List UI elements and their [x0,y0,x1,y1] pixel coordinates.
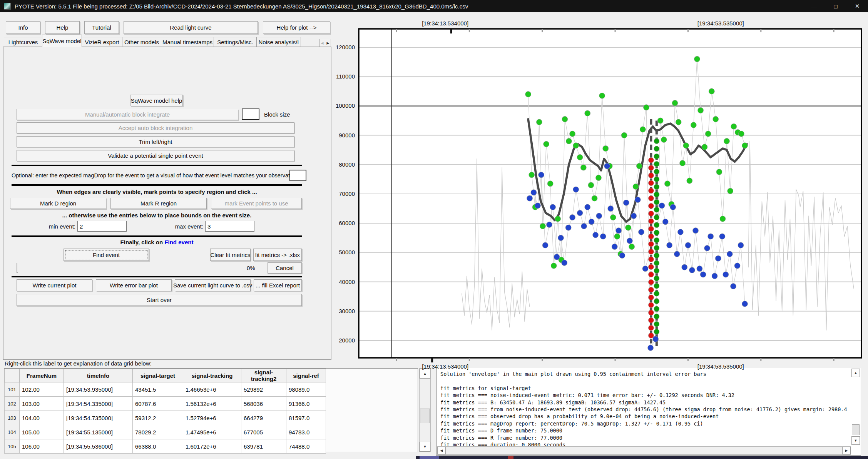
write-current-plot-button[interactable]: Write current plot [17,279,92,291]
target-point [529,172,535,178]
fit-metrics-xlsx-button[interactable]: fit metrics -> .xlsx [253,249,302,261]
validate-single-point-button[interactable]: Validate a potential single point event [17,150,294,161]
grid-col-header-signal-ref[interactable]: signal-ref [286,369,326,382]
target-point [570,131,575,137]
grid-cell[interactable]: 529892 [241,382,286,397]
block-integrate-button[interactable]: Manual/automatic block integrate [17,109,238,120]
save-lightcurve-csv-button[interactable]: Save current light curve to .csv [175,279,251,291]
lightcurve-plot[interactable]: 2000030000400005000060000700008000090000… [330,16,868,371]
tab-sqwave-model[interactable]: SqWave model [42,35,82,47]
max-event-input[interactable] [205,221,254,232]
log-scroll-right-icon[interactable]: ▶ [842,447,851,454]
grid-cell[interactable]: 1.46653e+6 [183,382,241,397]
data-grid[interactable]: FrameNumtimeInfosignal-targetsignal-trac… [4,368,418,452]
find-event-button[interactable]: Find event [64,249,149,261]
grid-col-header-signal-tracking2[interactable]: signal-tracking2 [241,369,286,382]
grid-cell[interactable]: 66388.0 [133,439,183,454]
toolbar-button-tutorial[interactable]: Tutorial [84,21,119,34]
grid-col-header-timeInfo[interactable]: timeInfo [64,369,133,382]
sqwave-model-help-button[interactable]: SqWave model help [130,95,183,106]
tab-settings-misc[interactable]: Settings/Misc. [214,37,257,47]
grid-cell[interactable]: 98089.0 [286,382,326,397]
grid-cell[interactable]: 102.00 [20,382,64,397]
mark-r-region-button[interactable]: Mark R region [110,198,207,209]
table-row[interactable]: 103104.00[19:34:54.735000]59312.21.52794… [5,411,326,425]
reference-point [604,163,610,169]
grid-cell[interactable]: 78029.2 [133,425,183,439]
log-hscrollbar[interactable] [437,446,851,455]
grid-cell[interactable]: 1.47495e+6 [183,425,241,439]
table-scroll-down-icon[interactable]: ▼ [420,442,430,452]
tab-vizier-export[interactable]: VizieR export [82,37,122,47]
reference-point [542,242,548,248]
fill-excel-report-button[interactable]: ... fill Excel report [254,279,302,291]
maximize-button[interactable]: □ [825,0,846,12]
grid-col-header-signal-target[interactable]: signal-target [133,369,183,382]
grid-cell[interactable]: 639781 [241,439,286,454]
tab-scroll-left-icon[interactable]: ◀ [319,39,325,47]
close-button[interactable]: ✕ [846,0,868,12]
target-point [625,225,631,230]
grid-cell[interactable]: 103.00 [20,397,64,411]
minimize-button[interactable]: — [803,0,825,12]
grid-cell[interactable]: [19:34:54.735000] [64,411,133,425]
grid-cell[interactable]: 664279 [241,411,286,425]
log-scroll-left-icon[interactable]: ◀ [437,447,446,454]
accept-block-integration-button[interactable]: Accept auto block integration [17,122,294,134]
cancel-button[interactable]: Cancel [268,262,302,274]
grid-cell[interactable]: 1.60172e+6 [183,439,241,454]
grid-cell[interactable]: 81597.0 [286,411,326,425]
min-event-input[interactable] [77,221,127,232]
grid-cell[interactable]: [19:34:55.135000] [64,425,133,439]
separator [12,184,302,186]
mark-d-region-button[interactable]: Mark D region [10,198,106,209]
grid-cell[interactable]: [19:34:54.335000] [64,397,133,411]
grid-cell[interactable]: 60787.6 [133,397,183,411]
grid-cell[interactable]: 74488.0 [286,439,326,454]
grid-cell[interactable]: 1.56132e+6 [183,397,241,411]
grid-cell[interactable]: 43451.5 [133,382,183,397]
grid-col-header-signal-tracking[interactable]: signal-tracking [183,369,241,382]
block-size-input[interactable] [242,108,259,120]
r-edge-error-column-dot [654,329,659,334]
tab-lightcurves[interactable]: Lightcurves [4,37,42,47]
start-over-button[interactable]: Start over [17,294,302,306]
grid-cell[interactable]: 94783.0 [286,425,326,439]
tab-other-models[interactable]: Other models [122,37,161,47]
grid-cell[interactable]: 105.00 [20,425,64,439]
mark-event-points-button[interactable]: mark Event points to use [211,198,302,209]
target-point [573,143,579,149]
toolbar-button-help[interactable]: Help [45,21,80,34]
log-scroll-down-icon[interactable]: ▼ [851,436,860,445]
grid-cell[interactable]: 59312.2 [133,411,183,425]
write-error-bar-plot-button[interactable]: Write error bar plot [96,279,172,291]
grid-cell[interactable]: 568036 [241,397,286,411]
toolbar-button-info[interactable]: Info [6,21,40,34]
tab-noise-analysis-i[interactable]: Noise analysis/I [256,37,301,47]
clear-fit-metrics-button[interactable]: Clear fit metrics [210,249,251,261]
table-vscroll-thumb[interactable] [420,409,430,423]
title-bar[interactable]: PYOTE Version: 5.5.1 File being processe… [0,0,868,12]
grid-cell[interactable]: 1.52794e+6 [183,411,241,425]
grid-cell[interactable]: 106.00 [20,439,64,454]
table-row[interactable]: 102103.00[19:34:54.335000]60787.61.56132… [5,397,326,411]
grid-cell[interactable]: 91366.0 [286,397,326,411]
grid-col-header-FrameNum[interactable]: FrameNum [20,369,64,382]
table-row[interactable]: 105106.00[19:34:55.536000]66388.01.60172… [5,439,326,454]
toolbar-button-help-for-plot[interactable]: Help for plot --> [263,21,330,34]
table-row[interactable]: 101102.00[19:34:53.935000]43451.51.46653… [5,382,326,397]
target-point [633,184,639,189]
log-vscroll-thumb[interactable] [852,424,860,435]
table-row[interactable]: 104105.00[19:34:55.135000]78029.21.47495… [5,425,326,439]
toolbar-button-read-light-curve[interactable]: Read light curve [124,21,258,34]
magdrop-input[interactable] [289,170,306,181]
r-edge-error-column-dot [654,161,659,167]
grid-cell[interactable]: 104.00 [20,411,64,425]
tab-manual-timestamps[interactable]: Manual timestamps [161,37,214,47]
grid-cell[interactable]: [19:34:55.536000] [64,439,133,454]
grid-cell[interactable]: [19:34:53.935000] [64,382,133,397]
fit-metrics-log[interactable]: Solution 'envelope' in the main plot dra… [436,368,861,456]
grid-cell[interactable]: 677005 [241,425,286,439]
grid-explanation-label[interactable]: Right-click this label to get explanatio… [5,360,152,367]
trim-left-right-button[interactable]: Trim left/right [17,136,294,147]
